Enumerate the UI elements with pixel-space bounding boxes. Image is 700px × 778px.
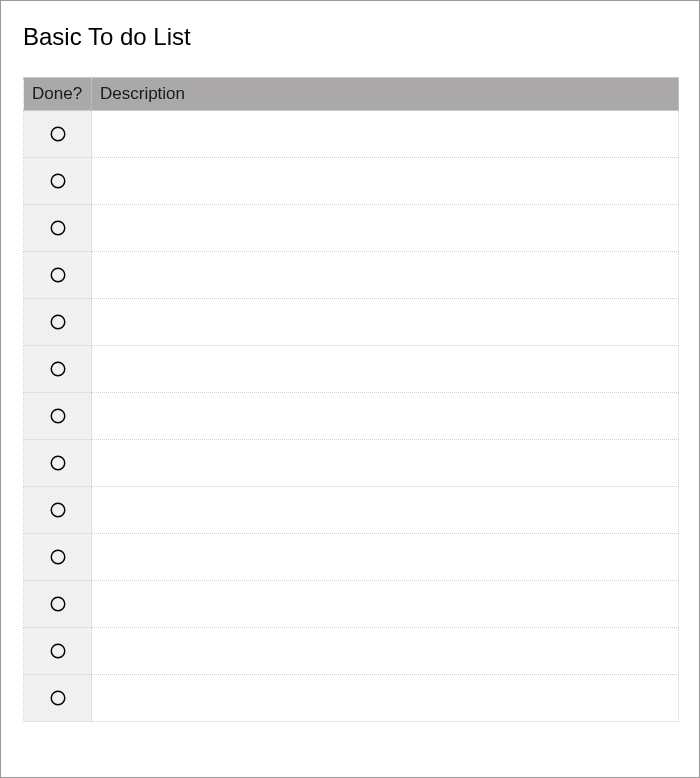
done-cell[interactable] [24,393,92,440]
description-input[interactable] [100,205,670,251]
done-cell[interactable] [24,534,92,581]
table-row [24,252,679,299]
column-header-done: Done? [24,78,92,111]
circle-icon [49,454,67,472]
description-input[interactable] [100,534,670,580]
table-row [24,675,679,722]
done-cell[interactable] [24,346,92,393]
table-row [24,487,679,534]
svg-point-10 [51,598,65,612]
svg-point-3 [51,269,65,283]
description-cell [92,440,679,487]
description-cell [92,628,679,675]
svg-point-8 [51,504,65,518]
description-cell [92,393,679,440]
todo-table: Done? Description [23,77,679,722]
circle-icon [49,501,67,519]
description-cell [92,581,679,628]
done-cell[interactable] [24,252,92,299]
description-input[interactable] [100,299,670,345]
svg-point-4 [51,316,65,330]
table-row [24,346,679,393]
description-cell [92,111,679,158]
done-cell[interactable] [24,675,92,722]
table-row [24,158,679,205]
description-input[interactable] [100,675,670,721]
description-cell [92,487,679,534]
svg-point-0 [51,128,65,142]
description-input[interactable] [100,440,670,486]
table-row [24,393,679,440]
circle-icon [49,172,67,190]
description-input[interactable] [100,628,670,674]
table-row [24,581,679,628]
page-title: Basic To do List [23,23,679,51]
description-cell [92,205,679,252]
description-input[interactable] [100,111,670,157]
circle-icon [49,407,67,425]
done-cell[interactable] [24,158,92,205]
circle-icon [49,219,67,237]
circle-icon [49,125,67,143]
table-row [24,534,679,581]
svg-point-11 [51,645,65,659]
description-input[interactable] [100,581,670,627]
description-input[interactable] [100,487,670,533]
circle-icon [49,595,67,613]
circle-icon [49,266,67,284]
done-cell[interactable] [24,581,92,628]
done-cell[interactable] [24,440,92,487]
table-row [24,628,679,675]
svg-point-1 [51,175,65,189]
svg-point-9 [51,551,65,565]
description-cell [92,534,679,581]
circle-icon [49,360,67,378]
svg-point-7 [51,457,65,471]
svg-point-12 [51,692,65,706]
table-row [24,205,679,252]
table-row [24,111,679,158]
description-input[interactable] [100,252,670,298]
done-cell[interactable] [24,487,92,534]
description-input[interactable] [100,158,670,204]
description-cell [92,346,679,393]
done-cell[interactable] [24,205,92,252]
svg-point-6 [51,410,65,424]
table-body [24,111,679,722]
circle-icon [49,313,67,331]
description-input[interactable] [100,393,670,439]
circle-icon [49,642,67,660]
description-input[interactable] [100,346,670,392]
circle-icon [49,548,67,566]
table-row [24,299,679,346]
done-cell[interactable] [24,628,92,675]
description-cell [92,252,679,299]
table-header-row: Done? Description [24,78,679,111]
table-row [24,440,679,487]
description-cell [92,158,679,205]
done-cell[interactable] [24,299,92,346]
svg-point-2 [51,222,65,236]
todo-list-page: Basic To do List Done? Description [0,0,700,778]
circle-icon [49,689,67,707]
done-cell[interactable] [24,111,92,158]
description-cell [92,299,679,346]
svg-point-5 [51,363,65,377]
description-cell [92,675,679,722]
column-header-description: Description [92,78,679,111]
